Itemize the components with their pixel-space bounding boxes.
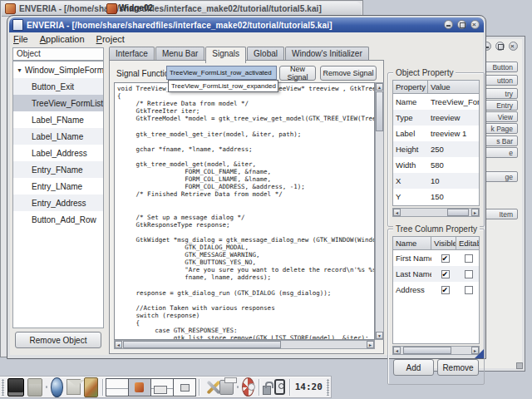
window-resize-corner[interactable] xyxy=(475,349,484,358)
add-column-button[interactable]: Add xyxy=(393,359,434,376)
horizontal-scrollbar[interactable]: ◄ ► xyxy=(392,346,480,355)
tree-row-selected[interactable]: TreeView_FormList xyxy=(13,95,103,111)
column-row[interactable]: First Name xyxy=(393,250,479,266)
scroll-left-icon[interactable]: ◄ xyxy=(115,341,122,348)
code-editor[interactable]: void TreeView_FormList_row_activated (Gt… xyxy=(114,82,375,340)
enveria-app-icon xyxy=(5,3,16,14)
lock-icon[interactable] xyxy=(263,386,271,395)
property-row[interactable]: Labeltreeview 1 xyxy=(393,126,479,141)
signals-tab-panel: Signal Function: TreeView_FormList_row_a… xyxy=(109,60,384,354)
column-row[interactable]: Address xyxy=(393,282,479,298)
power-icon[interactable] xyxy=(274,379,285,395)
file-drawer-icon[interactable] xyxy=(27,378,42,397)
editable-checkbox[interactable] xyxy=(465,270,473,278)
main-window-titlebar[interactable]: ENVERIA - [/home/share/sharedfiles/inter… xyxy=(9,17,484,32)
new-signal-button[interactable]: New Signal xyxy=(279,66,316,81)
column-row[interactable]: Last Name xyxy=(393,266,479,282)
menu-application[interactable]: Application xyxy=(40,34,85,44)
scrollbar-thumb[interactable] xyxy=(376,91,383,131)
property-row[interactable]: Height250 xyxy=(393,141,479,157)
separator xyxy=(259,379,259,396)
settings-tools-icon[interactable] xyxy=(204,378,216,397)
web-browser-icon[interactable] xyxy=(51,377,64,397)
object-property-table: Property Value NameTreeView_FormList Typ… xyxy=(392,80,480,206)
desktop-pager xyxy=(106,378,196,397)
help-lifesaver-icon[interactable] xyxy=(242,377,254,397)
scrollbar-thumb[interactable] xyxy=(123,341,281,348)
editable-checkbox[interactable] xyxy=(465,286,473,294)
tree-row[interactable]: Label_Address xyxy=(13,145,103,161)
remove-object-button[interactable]: Remove Object xyxy=(15,332,101,348)
pager-desktop-2[interactable] xyxy=(129,379,151,396)
scroll-up-icon[interactable]: ▲ xyxy=(376,83,383,91)
property-row[interactable]: Width580 xyxy=(393,157,479,173)
terminal-icon[interactable] xyxy=(7,378,23,397)
scroll-left-icon[interactable]: ◄ xyxy=(393,347,401,354)
scroll-right-icon[interactable]: ► xyxy=(367,341,374,348)
column-header[interactable]: Value xyxy=(428,81,479,94)
tree-row[interactable]: Button_Exit xyxy=(13,78,103,95)
column-header[interactable]: Name xyxy=(393,237,431,250)
pager-desktop-3[interactable] xyxy=(151,379,174,396)
tab-menu-bar[interactable]: Menu Bar xyxy=(155,47,204,61)
tree-row[interactable]: Entry_LName xyxy=(13,178,103,195)
remove-column-button[interactable]: Remove xyxy=(437,359,479,376)
scrollbar-thumb[interactable] xyxy=(447,209,469,216)
visible-checkbox[interactable] xyxy=(441,270,450,278)
expander-icon[interactable]: ▼ xyxy=(17,67,22,73)
resize-grip[interactable] xyxy=(516,362,523,369)
object-tree-header[interactable]: Object xyxy=(12,47,104,61)
pager-desktop-1[interactable] xyxy=(106,379,129,396)
scrollbar-thumb[interactable] xyxy=(403,347,451,354)
property-row[interactable]: Y150 xyxy=(393,189,479,204)
remove-signal-button[interactable]: Remove Signal xyxy=(320,66,377,81)
property-row[interactable]: X10 xyxy=(393,173,479,189)
tree-column-property-title: Tree Column Property xyxy=(393,224,480,234)
close-icon[interactable]: × xyxy=(509,42,518,51)
desktop: ENVERIA - [/home/share/sharedfiles/inter… xyxy=(0,0,532,399)
tree-row[interactable]: Entry_FName xyxy=(13,161,103,178)
property-row[interactable]: Typetreeview xyxy=(393,110,479,126)
signal-function-combobox[interactable]: TreeView_FormList_row_activated xyxy=(166,66,277,80)
column-header[interactable]: Visible xyxy=(431,237,456,250)
tree-row[interactable]: Entry_Address xyxy=(13,195,103,211)
panel-drag-handle[interactable] xyxy=(327,379,329,396)
tab-windows-initializer[interactable]: Window's Initializer xyxy=(285,47,369,61)
vertical-scrollbar[interactable]: ▲ ▼ xyxy=(375,82,384,340)
clock[interactable]: 14:20 xyxy=(295,382,323,392)
column-header[interactable]: Editable xyxy=(456,237,479,250)
scroll-down-icon[interactable]: ▼ xyxy=(376,332,383,339)
tab-bar: Interface Menu Bar Signals Global Window… xyxy=(109,47,370,61)
combobox-dropdown-item[interactable]: TreeView_FormList_row_expanded xyxy=(168,80,278,92)
maximize-icon[interactable] xyxy=(457,20,466,29)
minimize-icon[interactable] xyxy=(444,20,453,29)
property-row[interactable]: NameTreeView_FormList xyxy=(393,94,479,110)
tree-row[interactable]: Label_FName xyxy=(13,111,103,128)
printer-icon[interactable] xyxy=(219,380,234,395)
panel-drag-handle[interactable] xyxy=(2,379,4,396)
tree-row-root[interactable]: ▼Window_SimpleForm xyxy=(13,62,103,78)
close-icon[interactable]: × xyxy=(470,20,480,29)
column-header[interactable]: Property xyxy=(393,81,428,94)
tab-global[interactable]: Global xyxy=(247,47,284,61)
scroll-right-icon[interactable]: ► xyxy=(471,209,479,216)
document-icon xyxy=(12,19,23,31)
editable-checkbox[interactable] xyxy=(465,254,473,263)
visible-checkbox[interactable] xyxy=(441,254,450,263)
horizontal-scrollbar[interactable]: ◄ ► xyxy=(392,208,480,217)
app-launcher-icon[interactable] xyxy=(84,377,98,397)
code-text: void TreeView_FormList_row_activated (Gt… xyxy=(117,85,374,340)
maximize-icon[interactable] xyxy=(495,42,505,51)
scroll-left-icon[interactable]: ◄ xyxy=(393,209,401,216)
tab-interface[interactable]: Interface xyxy=(109,47,155,61)
tree-row[interactable]: Label_LName xyxy=(13,128,103,145)
tree-row[interactable]: Button_Add_Row xyxy=(13,211,103,228)
mail-icon[interactable] xyxy=(66,379,81,395)
main-window: ENVERIA - [/home/share/sharedfiles/inter… xyxy=(7,15,486,359)
visible-checkbox[interactable] xyxy=(441,286,450,294)
pager-desktop-4[interactable] xyxy=(174,379,195,396)
horizontal-scrollbar[interactable]: ◄ ► xyxy=(114,340,375,349)
menu-file[interactable]: File xyxy=(13,34,28,44)
tab-signals[interactable]: Signals xyxy=(205,47,246,63)
menu-project[interactable]: Project xyxy=(96,34,125,44)
